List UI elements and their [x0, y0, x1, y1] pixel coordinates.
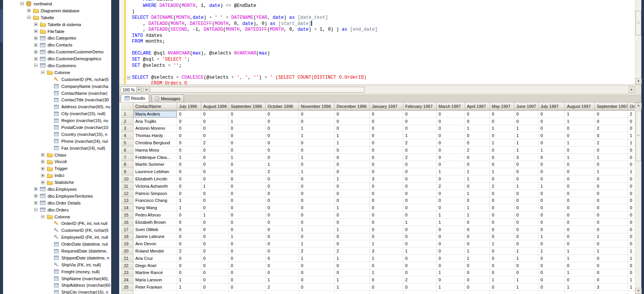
value-cell[interactable]: 0 [514, 211, 539, 219]
tree-item[interactable]: Indici [3, 172, 111, 179]
value-cell[interactable]: 0 [565, 211, 595, 219]
value-cell[interactable]: 1 [490, 276, 514, 284]
value-cell[interactable]: 0 [177, 139, 201, 147]
value-cell[interactable]: 0 [177, 183, 201, 190]
value-cell[interactable]: 0 [266, 226, 299, 233]
value-cell[interactable]: 1 [177, 276, 201, 284]
value-cell[interactable]: 0 [490, 211, 514, 219]
value-cell[interactable]: 0 [266, 240, 299, 248]
value-cell[interactable]: 0 [514, 269, 539, 277]
value-cell[interactable]: 0 [514, 262, 539, 269]
row-number[interactable]: 1 [121, 111, 133, 118]
row-number[interactable]: 23 [121, 269, 133, 277]
contact-name-cell[interactable]: Elizabeth Lincoln [133, 175, 177, 183]
value-cell[interactable]: 2 [403, 276, 437, 284]
value-cell[interactable]: 0 [437, 132, 465, 139]
value-cell[interactable]: 0 [595, 204, 628, 211]
tree-item[interactable]: ShippedDate (datetime, n [3, 254, 111, 261]
contact-name-cell[interactable]: Sven Ottlieb [133, 226, 177, 233]
value-cell[interactable]: 0 [266, 139, 299, 147]
tree-item[interactable]: northwind [3, 0, 111, 7]
value-cell[interactable]: 0 [177, 132, 201, 139]
grid-column-header[interactable]: January 1997 [370, 102, 403, 111]
tree-item[interactable]: Phone (nvarchar(24), nul [3, 138, 111, 145]
value-cell[interactable]: 0 [370, 197, 403, 205]
code-line[interactable]: SELECT @selects = COALESCE(@selects + ',… [132, 75, 630, 81]
value-cell[interactable]: 0 [335, 262, 370, 269]
expand-icon[interactable] [41, 160, 44, 164]
value-cell[interactable]: 0 [266, 154, 299, 161]
value-cell[interactable]: 0 [299, 183, 335, 190]
value-cell[interactable]: 2 [299, 248, 335, 255]
value-cell[interactable]: 1 [335, 226, 370, 233]
value-cell[interactable]: 0 [437, 111, 465, 118]
value-cell[interactable]: 0 [229, 276, 266, 284]
value-cell[interactable]: 0 [229, 190, 266, 197]
value-cell[interactable]: 0 [595, 269, 628, 277]
value-cell[interactable]: 0 [490, 190, 514, 197]
value-cell[interactable]: 0 [403, 168, 437, 175]
value-cell[interactable]: 0 [177, 255, 201, 262]
value-cell[interactable]: 0 [565, 190, 595, 197]
value-cell[interactable]: 1 [299, 168, 335, 175]
value-cell[interactable]: 0 [565, 161, 595, 168]
value-cell[interactable]: 1 [539, 233, 565, 241]
value-cell[interactable]: 1 [628, 132, 635, 139]
value-cell[interactable]: 0 [177, 175, 201, 183]
value-cell[interactable]: 1 [490, 168, 514, 175]
value-cell[interactable]: 0 [201, 147, 229, 154]
tree-item[interactable]: Colonne [3, 213, 111, 220]
value-cell[interactable]: 1 [628, 276, 635, 284]
value-cell[interactable]: 0 [490, 175, 514, 183]
value-cell[interactable]: 1 [437, 269, 465, 277]
value-cell[interactable]: 0 [370, 204, 403, 211]
value-cell[interactable]: 0 [565, 219, 595, 226]
value-cell[interactable]: 1 [565, 269, 595, 277]
grid-corner-cell[interactable] [121, 102, 133, 111]
expand-icon[interactable] [34, 57, 38, 61]
value-cell[interactable]: 0 [299, 276, 335, 284]
scroll-right-icon[interactable]: ► [629, 86, 635, 93]
value-cell[interactable]: 1 [595, 154, 628, 161]
value-cell[interactable]: 0 [628, 183, 635, 190]
value-cell[interactable]: 1 [403, 219, 437, 226]
value-cell[interactable]: 0 [403, 255, 437, 262]
value-cell[interactable]: 0 [628, 262, 635, 269]
scroll-left-icon[interactable]: ◄ [143, 86, 149, 93]
value-cell[interactable]: 1 [628, 168, 635, 175]
value-cell[interactable]: 0 [266, 204, 299, 211]
collapse-icon[interactable] [41, 71, 44, 74]
value-cell[interactable]: 0 [595, 175, 628, 183]
value-cell[interactable]: 0 [595, 219, 628, 226]
value-cell[interactable]: 0 [628, 161, 635, 168]
value-cell[interactable]: 0 [229, 139, 266, 147]
value-cell[interactable]: 2 [403, 154, 437, 161]
tree-item[interactable]: dbo.Categories [3, 35, 111, 41]
value-cell[interactable]: 0 [403, 175, 437, 183]
value-cell[interactable]: 1 [335, 204, 370, 211]
value-cell[interactable]: 0 [201, 262, 229, 269]
value-cell[interactable]: 0 [490, 197, 514, 205]
value-cell[interactable]: 0 [565, 168, 595, 175]
value-cell[interactable]: 0 [370, 154, 403, 161]
row-number[interactable]: 7 [121, 154, 133, 161]
value-cell[interactable]: 0 [266, 269, 299, 277]
value-cell[interactable]: 2 [177, 248, 201, 255]
value-cell[interactable]: 1 [514, 276, 539, 284]
value-cell[interactable]: 1 [177, 154, 201, 161]
value-cell[interactable]: 1 [370, 255, 403, 262]
value-cell[interactable]: 0 [490, 132, 514, 139]
code-line[interactable]: WHERE DATEADD(MONTH, 1, date) <= @EndDat… [132, 3, 630, 9]
value-cell[interactable]: 1 [299, 132, 335, 139]
code-line[interactable]: SET @sql = 'SELECT '; [132, 57, 630, 63]
value-cell[interactable]: 0 [201, 284, 229, 291]
value-cell[interactable]: 0 [299, 284, 335, 291]
value-cell[interactable]: 0 [229, 111, 266, 118]
value-cell[interactable]: 0 [177, 168, 201, 175]
value-cell[interactable]: 0 [177, 226, 201, 233]
value-cell[interactable]: 0 [465, 132, 490, 139]
value-cell[interactable]: 1 [335, 175, 370, 183]
row-number[interactable]: 2 [121, 118, 133, 125]
value-cell[interactable]: 2 [201, 139, 229, 147]
contact-name-cell[interactable]: Francisco Chang [133, 197, 177, 205]
